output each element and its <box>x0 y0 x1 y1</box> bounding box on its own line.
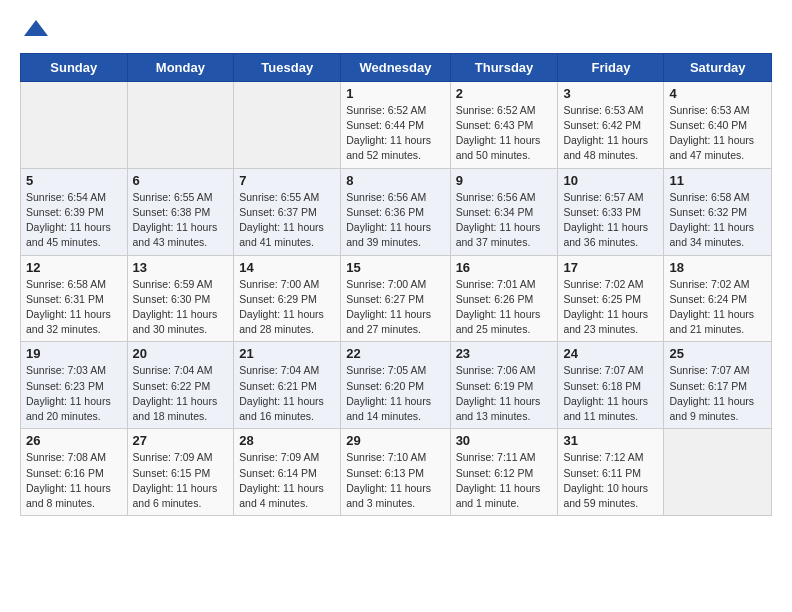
calendar-day-17: 17Sunrise: 7:02 AM Sunset: 6:25 PM Dayli… <box>558 255 664 342</box>
day-info: Sunrise: 7:12 AM Sunset: 6:11 PM Dayligh… <box>563 450 658 511</box>
calendar-day-25: 25Sunrise: 7:07 AM Sunset: 6:17 PM Dayli… <box>664 342 772 429</box>
day-info: Sunrise: 7:09 AM Sunset: 6:14 PM Dayligh… <box>239 450 335 511</box>
weekday-header-saturday: Saturday <box>664 53 772 81</box>
day-number: 8 <box>346 173 444 188</box>
weekday-header-tuesday: Tuesday <box>234 53 341 81</box>
calendar-table: SundayMondayTuesdayWednesdayThursdayFrid… <box>20 53 772 516</box>
calendar-day-10: 10Sunrise: 6:57 AM Sunset: 6:33 PM Dayli… <box>558 168 664 255</box>
calendar-body: 1Sunrise: 6:52 AM Sunset: 6:44 PM Daylig… <box>21 81 772 515</box>
calendar-week-row: 5Sunrise: 6:54 AM Sunset: 6:39 PM Daylig… <box>21 168 772 255</box>
day-info: Sunrise: 7:07 AM Sunset: 6:18 PM Dayligh… <box>563 363 658 424</box>
calendar-day-6: 6Sunrise: 6:55 AM Sunset: 6:38 PM Daylig… <box>127 168 234 255</box>
day-info: Sunrise: 6:59 AM Sunset: 6:30 PM Dayligh… <box>133 277 229 338</box>
day-number: 31 <box>563 433 658 448</box>
calendar-day-31: 31Sunrise: 7:12 AM Sunset: 6:11 PM Dayli… <box>558 429 664 516</box>
calendar-empty-cell <box>234 81 341 168</box>
calendar-day-9: 9Sunrise: 6:56 AM Sunset: 6:34 PM Daylig… <box>450 168 558 255</box>
page-container: SundayMondayTuesdayWednesdayThursdayFrid… <box>0 0 792 526</box>
day-info: Sunrise: 6:56 AM Sunset: 6:36 PM Dayligh… <box>346 190 444 251</box>
day-info: Sunrise: 7:04 AM Sunset: 6:21 PM Dayligh… <box>239 363 335 424</box>
day-number: 11 <box>669 173 766 188</box>
day-number: 5 <box>26 173 122 188</box>
weekday-header-friday: Friday <box>558 53 664 81</box>
weekday-row: SundayMondayTuesdayWednesdayThursdayFrid… <box>21 53 772 81</box>
day-info: Sunrise: 7:11 AM Sunset: 6:12 PM Dayligh… <box>456 450 553 511</box>
day-number: 27 <box>133 433 229 448</box>
day-number: 18 <box>669 260 766 275</box>
day-info: Sunrise: 6:58 AM Sunset: 6:31 PM Dayligh… <box>26 277 122 338</box>
day-number: 9 <box>456 173 553 188</box>
calendar-empty-cell <box>664 429 772 516</box>
day-number: 20 <box>133 346 229 361</box>
day-number: 1 <box>346 86 444 101</box>
day-info: Sunrise: 6:56 AM Sunset: 6:34 PM Dayligh… <box>456 190 553 251</box>
day-info: Sunrise: 7:01 AM Sunset: 6:26 PM Dayligh… <box>456 277 553 338</box>
day-number: 15 <box>346 260 444 275</box>
day-info: Sunrise: 7:08 AM Sunset: 6:16 PM Dayligh… <box>26 450 122 511</box>
day-number: 23 <box>456 346 553 361</box>
calendar-week-row: 26Sunrise: 7:08 AM Sunset: 6:16 PM Dayli… <box>21 429 772 516</box>
svg-marker-0 <box>24 20 48 36</box>
calendar-empty-cell <box>21 81 128 168</box>
day-info: Sunrise: 6:54 AM Sunset: 6:39 PM Dayligh… <box>26 190 122 251</box>
calendar-week-row: 12Sunrise: 6:58 AM Sunset: 6:31 PM Dayli… <box>21 255 772 342</box>
logo <box>20 20 50 45</box>
calendar-day-23: 23Sunrise: 7:06 AM Sunset: 6:19 PM Dayli… <box>450 342 558 429</box>
day-info: Sunrise: 7:00 AM Sunset: 6:29 PM Dayligh… <box>239 277 335 338</box>
day-number: 14 <box>239 260 335 275</box>
day-number: 22 <box>346 346 444 361</box>
calendar-day-2: 2Sunrise: 6:52 AM Sunset: 6:43 PM Daylig… <box>450 81 558 168</box>
calendar-day-8: 8Sunrise: 6:56 AM Sunset: 6:36 PM Daylig… <box>341 168 450 255</box>
calendar-week-row: 1Sunrise: 6:52 AM Sunset: 6:44 PM Daylig… <box>21 81 772 168</box>
calendar-day-27: 27Sunrise: 7:09 AM Sunset: 6:15 PM Dayli… <box>127 429 234 516</box>
day-number: 29 <box>346 433 444 448</box>
calendar-day-18: 18Sunrise: 7:02 AM Sunset: 6:24 PM Dayli… <box>664 255 772 342</box>
calendar-day-11: 11Sunrise: 6:58 AM Sunset: 6:32 PM Dayli… <box>664 168 772 255</box>
day-number: 13 <box>133 260 229 275</box>
day-info: Sunrise: 6:55 AM Sunset: 6:37 PM Dayligh… <box>239 190 335 251</box>
day-info: Sunrise: 7:07 AM Sunset: 6:17 PM Dayligh… <box>669 363 766 424</box>
day-number: 26 <box>26 433 122 448</box>
day-number: 6 <box>133 173 229 188</box>
day-info: Sunrise: 6:57 AM Sunset: 6:33 PM Dayligh… <box>563 190 658 251</box>
weekday-header-thursday: Thursday <box>450 53 558 81</box>
day-number: 19 <box>26 346 122 361</box>
header <box>20 16 772 45</box>
day-number: 28 <box>239 433 335 448</box>
day-number: 2 <box>456 86 553 101</box>
calendar-day-7: 7Sunrise: 6:55 AM Sunset: 6:37 PM Daylig… <box>234 168 341 255</box>
day-info: Sunrise: 7:02 AM Sunset: 6:25 PM Dayligh… <box>563 277 658 338</box>
day-info: Sunrise: 7:03 AM Sunset: 6:23 PM Dayligh… <box>26 363 122 424</box>
calendar-day-4: 4Sunrise: 6:53 AM Sunset: 6:40 PM Daylig… <box>664 81 772 168</box>
day-number: 21 <box>239 346 335 361</box>
day-info: Sunrise: 7:09 AM Sunset: 6:15 PM Dayligh… <box>133 450 229 511</box>
day-info: Sunrise: 7:04 AM Sunset: 6:22 PM Dayligh… <box>133 363 229 424</box>
day-info: Sunrise: 7:02 AM Sunset: 6:24 PM Dayligh… <box>669 277 766 338</box>
day-info: Sunrise: 6:52 AM Sunset: 6:43 PM Dayligh… <box>456 103 553 164</box>
weekday-header-monday: Monday <box>127 53 234 81</box>
calendar-day-21: 21Sunrise: 7:04 AM Sunset: 6:21 PM Dayli… <box>234 342 341 429</box>
day-info: Sunrise: 6:58 AM Sunset: 6:32 PM Dayligh… <box>669 190 766 251</box>
calendar-day-1: 1Sunrise: 6:52 AM Sunset: 6:44 PM Daylig… <box>341 81 450 168</box>
calendar-day-15: 15Sunrise: 7:00 AM Sunset: 6:27 PM Dayli… <box>341 255 450 342</box>
weekday-header-sunday: Sunday <box>21 53 128 81</box>
calendar-day-16: 16Sunrise: 7:01 AM Sunset: 6:26 PM Dayli… <box>450 255 558 342</box>
calendar-day-14: 14Sunrise: 7:00 AM Sunset: 6:29 PM Dayli… <box>234 255 341 342</box>
day-info: Sunrise: 7:05 AM Sunset: 6:20 PM Dayligh… <box>346 363 444 424</box>
calendar-week-row: 19Sunrise: 7:03 AM Sunset: 6:23 PM Dayli… <box>21 342 772 429</box>
calendar-day-22: 22Sunrise: 7:05 AM Sunset: 6:20 PM Dayli… <box>341 342 450 429</box>
day-number: 10 <box>563 173 658 188</box>
calendar-day-26: 26Sunrise: 7:08 AM Sunset: 6:16 PM Dayli… <box>21 429 128 516</box>
day-number: 16 <box>456 260 553 275</box>
calendar-day-3: 3Sunrise: 6:53 AM Sunset: 6:42 PM Daylig… <box>558 81 664 168</box>
day-info: Sunrise: 6:55 AM Sunset: 6:38 PM Dayligh… <box>133 190 229 251</box>
day-info: Sunrise: 7:10 AM Sunset: 6:13 PM Dayligh… <box>346 450 444 511</box>
calendar-day-19: 19Sunrise: 7:03 AM Sunset: 6:23 PM Dayli… <box>21 342 128 429</box>
calendar-day-29: 29Sunrise: 7:10 AM Sunset: 6:13 PM Dayli… <box>341 429 450 516</box>
day-number: 30 <box>456 433 553 448</box>
calendar-day-20: 20Sunrise: 7:04 AM Sunset: 6:22 PM Dayli… <box>127 342 234 429</box>
day-number: 17 <box>563 260 658 275</box>
day-number: 24 <box>563 346 658 361</box>
day-number: 4 <box>669 86 766 101</box>
day-number: 12 <box>26 260 122 275</box>
